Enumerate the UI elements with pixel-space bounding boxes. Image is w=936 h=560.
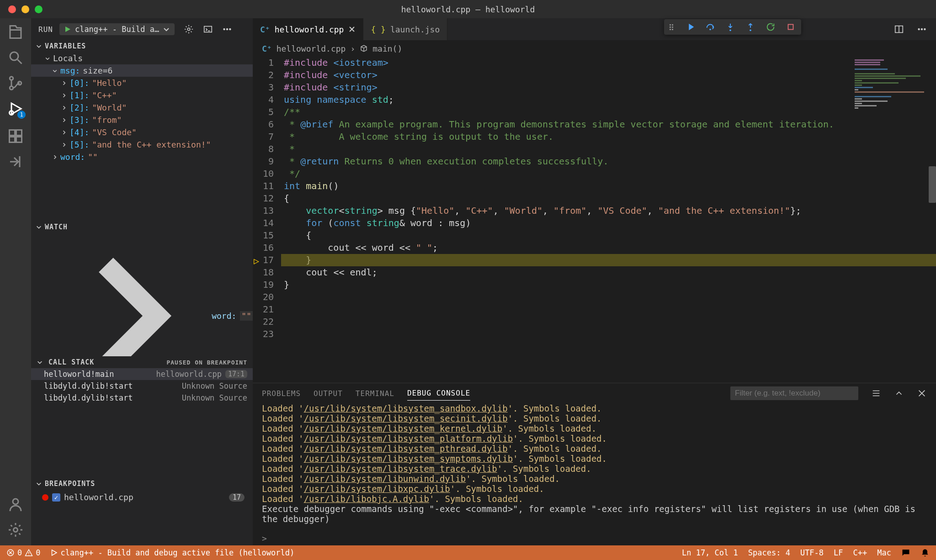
- chevron-right-icon: [61, 80, 67, 86]
- stack-frame[interactable]: libdyld.dylib!startUnknown Source: [31, 392, 253, 404]
- chevron-down-icon: [36, 481, 42, 487]
- breakpoint-checkbox[interactable]: ✓: [52, 493, 60, 502]
- status-eol[interactable]: LF: [834, 548, 843, 557]
- chevron-down-icon: [45, 56, 50, 61]
- svg-point-9: [13, 499, 18, 504]
- run-config-dropdown[interactable]: clang++ - Build a…: [59, 23, 175, 35]
- svg-point-19: [924, 29, 925, 30]
- more-icon[interactable]: [917, 24, 927, 34]
- cpp-icon: C⁺: [260, 25, 270, 34]
- feedback-icon[interactable]: [901, 548, 910, 557]
- locals-header[interactable]: Locals: [31, 52, 253, 64]
- step-out-icon[interactable]: [745, 22, 755, 32]
- window-zoom-icon[interactable]: [35, 5, 43, 13]
- breakpoints-header[interactable]: BREAKPOINTS: [31, 478, 253, 490]
- settings-gear-icon[interactable]: [7, 522, 24, 538]
- source-control-icon[interactable]: [7, 75, 24, 91]
- var-word[interactable]: word: "": [31, 151, 253, 163]
- grip-icon[interactable]: [670, 24, 675, 30]
- var-item[interactable]: [0]: "Hello": [31, 77, 253, 89]
- breakpoint-item[interactable]: ✓ helloworld.cpp 17: [37, 491, 253, 503]
- chevron-right-icon: [61, 130, 67, 135]
- explorer-icon[interactable]: [7, 24, 24, 40]
- activity-bar: 1: [0, 18, 31, 545]
- minimap[interactable]: [855, 58, 928, 150]
- callstack-body: helloworld!mainhelloworld.cpp17:1libdyld…: [31, 368, 253, 478]
- accounts-icon[interactable]: [7, 496, 24, 512]
- svg-rect-7: [10, 137, 15, 143]
- svg-rect-5: [10, 130, 15, 136]
- breakpoint-line-badge: 17: [229, 493, 245, 502]
- continue-icon[interactable]: [685, 22, 695, 32]
- debug-console-icon[interactable]: [203, 24, 213, 34]
- step-over-icon[interactable]: [705, 22, 715, 32]
- chevron-down-icon: [36, 224, 42, 230]
- callstack-header[interactable]: CALL STACK PAUSED ON BREAKPOINT: [31, 356, 253, 368]
- live-share-icon[interactable]: [7, 153, 24, 170]
- chevron-down-icon: [52, 68, 58, 74]
- var-msg[interactable]: msg: size=6: [31, 64, 253, 77]
- more-icon[interactable]: [222, 24, 232, 34]
- extensions-icon[interactable]: [7, 128, 24, 144]
- console-filter-input[interactable]: [730, 386, 858, 400]
- execution-pointer-icon: ▷: [254, 255, 259, 267]
- tab-terminal[interactable]: TERMINAL: [356, 386, 394, 401]
- chevron-right-icon: [52, 154, 58, 160]
- window-minimize-icon[interactable]: [21, 5, 29, 13]
- chevron-down-icon: [163, 26, 170, 33]
- var-item[interactable]: [1]: "C++": [31, 89, 253, 101]
- status-ln-col[interactable]: Ln 17, Col 1: [682, 548, 738, 557]
- stack-frame[interactable]: libdyld.dylib!startUnknown Source: [31, 380, 253, 392]
- split-editor-icon[interactable]: [894, 24, 904, 34]
- stack-frame[interactable]: helloworld!mainhelloworld.cpp17:1: [31, 368, 253, 380]
- console-output[interactable]: Loaded '/usr/lib/system/libsystem_sandbo…: [253, 403, 936, 531]
- chevron-up-icon[interactable]: [894, 388, 904, 398]
- status-errors[interactable]: 0 0: [6, 548, 41, 557]
- watch-header[interactable]: WATCH: [31, 221, 253, 233]
- window-title: helloworld.cpp — helloworld: [401, 5, 535, 14]
- debug-badge: 1: [17, 111, 26, 119]
- close-icon[interactable]: [917, 388, 927, 398]
- clear-console-icon[interactable]: [871, 388, 881, 398]
- svg-point-18: [921, 29, 923, 30]
- chevron-right-icon: [61, 105, 67, 111]
- var-item[interactable]: [2]: "World": [31, 101, 253, 114]
- status-spaces[interactable]: Spaces: 4: [748, 548, 790, 557]
- title-bar: helloworld.cpp — helloworld: [0, 0, 936, 18]
- svg-point-15: [229, 29, 231, 30]
- tab-launch-json[interactable]: { } launch.jso: [363, 18, 447, 40]
- close-icon[interactable]: [348, 26, 356, 33]
- breadcrumb[interactable]: C⁺ helloworld.cpp › main(): [253, 40, 936, 57]
- var-item[interactable]: [4]: "VS Code": [31, 126, 253, 138]
- tab-helloworld[interactable]: C⁺ helloworld.cpp: [253, 18, 363, 40]
- variables-header[interactable]: VARIABLES: [31, 40, 253, 52]
- tab-problems[interactable]: PROBLEMS: [262, 386, 301, 401]
- window-close-icon[interactable]: [8, 5, 16, 13]
- step-into-icon[interactable]: [725, 22, 735, 32]
- svg-point-14: [227, 29, 228, 30]
- code-editor[interactable]: ▷ 1234567891011121314151617181920212223 …: [253, 57, 936, 383]
- gear-icon[interactable]: [184, 24, 194, 34]
- scrollbar-thumb[interactable]: [929, 166, 936, 203]
- breakpoint-dot-icon: [42, 494, 48, 501]
- status-debug-task[interactable]: clang++ - Build and debug active file (h…: [50, 548, 295, 557]
- var-item[interactable]: [3]: "from": [31, 114, 253, 126]
- restart-icon[interactable]: [766, 22, 776, 32]
- bell-icon[interactable]: [920, 548, 930, 557]
- stop-icon[interactable]: [786, 22, 796, 32]
- chevron-right-icon: [61, 117, 67, 123]
- status-os[interactable]: Mac: [877, 548, 891, 557]
- svg-rect-23: [788, 25, 793, 30]
- status-lang[interactable]: C++: [853, 548, 867, 557]
- editor-area: C⁺ helloworld.cpp { } launch.jso: [253, 18, 936, 545]
- chevron-down-icon: [36, 43, 42, 49]
- var-item[interactable]: [5]: "and the C++ extension!": [31, 138, 253, 151]
- tab-output[interactable]: OUTPUT: [314, 386, 343, 401]
- code-lines[interactable]: #include <iostream>#include <vector>#inc…: [281, 57, 936, 383]
- status-encoding[interactable]: UTF-8: [800, 548, 824, 557]
- chevron-down-icon: [37, 359, 43, 365]
- tab-debug-console[interactable]: DEBUG CONSOLE: [407, 386, 470, 401]
- console-input[interactable]: >: [253, 531, 936, 545]
- search-icon[interactable]: [7, 49, 24, 66]
- debug-toolbar[interactable]: [664, 19, 801, 35]
